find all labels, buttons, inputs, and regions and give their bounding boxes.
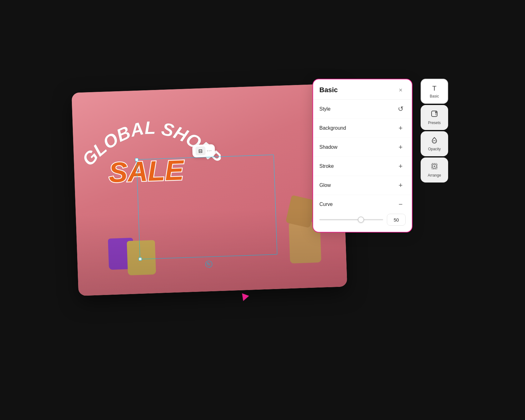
- curve-header-row: Curve −: [319, 199, 406, 209]
- curve-slider-track[interactable]: [319, 219, 383, 220]
- slider-row: 50: [319, 214, 406, 226]
- panel-close-button[interactable]: ×: [396, 85, 406, 95]
- selection-handle-tl[interactable]: [135, 158, 138, 161]
- background-add-button[interactable]: +: [396, 123, 406, 133]
- curve-slider-fill: [319, 219, 361, 220]
- presets-item-label: Presets: [428, 121, 441, 125]
- svg-point-3: [435, 111, 437, 113]
- toolbar-more-btn[interactable]: ···: [207, 148, 212, 154]
- scene: GLOBAL SHOPPIN SALE ↻ ⊟ ··· Basic ×: [75, 69, 450, 351]
- basic-item-label: Basic: [430, 94, 439, 98]
- opacity-item-label: Opacity: [428, 147, 441, 151]
- basic-panel: Basic × Style ↺ Background + Shadow + St…: [312, 79, 412, 232]
- style-reset-button[interactable]: ↺: [396, 104, 406, 114]
- svg-point-6: [434, 166, 435, 167]
- shadow-add-button[interactable]: +: [396, 142, 406, 152]
- curve-slider-thumb[interactable]: [358, 217, 364, 223]
- stroke-add-button[interactable]: +: [396, 161, 406, 171]
- opacity-icon: [431, 137, 438, 145]
- panel-header: Basic ×: [313, 79, 412, 100]
- panel-row-glow: Glow +: [313, 176, 412, 195]
- curve-section: Curve − 50: [313, 195, 412, 232]
- selection-handle-bl[interactable]: [138, 258, 142, 261]
- text-icon: T: [432, 84, 436, 92]
- rotate-handle[interactable]: ↻: [205, 261, 212, 268]
- glow-label: Glow: [319, 182, 331, 188]
- sidebar-item-arrange[interactable]: Arrange: [421, 158, 448, 182]
- glow-add-button[interactable]: +: [396, 180, 406, 190]
- canvas-card: GLOBAL SHOPPIN SALE ↻ ⊟ ···: [72, 83, 347, 296]
- toolbar-embed-btn[interactable]: ⊟: [195, 146, 206, 155]
- panel-title: Basic: [319, 86, 338, 94]
- curve-collapse-button[interactable]: −: [396, 199, 406, 209]
- sidebar-item-basic[interactable]: T Basic: [421, 79, 448, 104]
- right-sidebar: T Basic Presets Opacity: [419, 79, 450, 182]
- style-label: Style: [319, 106, 331, 112]
- presets-icon: [431, 110, 438, 119]
- background-label: Background: [319, 125, 346, 131]
- panel-row-shadow: Shadow +: [313, 138, 412, 157]
- text-selection-box: ↻: [136, 155, 277, 259]
- panel-row-background: Background +: [313, 119, 412, 138]
- sidebar-item-opacity[interactable]: Opacity: [421, 131, 448, 156]
- panel-row-style: Style ↺: [313, 100, 412, 119]
- curve-label: Curve: [319, 202, 333, 207]
- arrange-icon: [431, 163, 438, 172]
- stroke-label: Stroke: [319, 163, 334, 169]
- shadow-label: Shadow: [319, 144, 338, 150]
- sidebar-item-presets[interactable]: Presets: [421, 105, 448, 130]
- panel-row-stroke: Stroke +: [313, 157, 412, 176]
- canvas-toolbar: ⊟ ···: [192, 144, 215, 158]
- cursor-pointer: [240, 293, 249, 302]
- curve-value-display: 50: [387, 214, 406, 226]
- arrange-item-label: Arrange: [428, 173, 441, 178]
